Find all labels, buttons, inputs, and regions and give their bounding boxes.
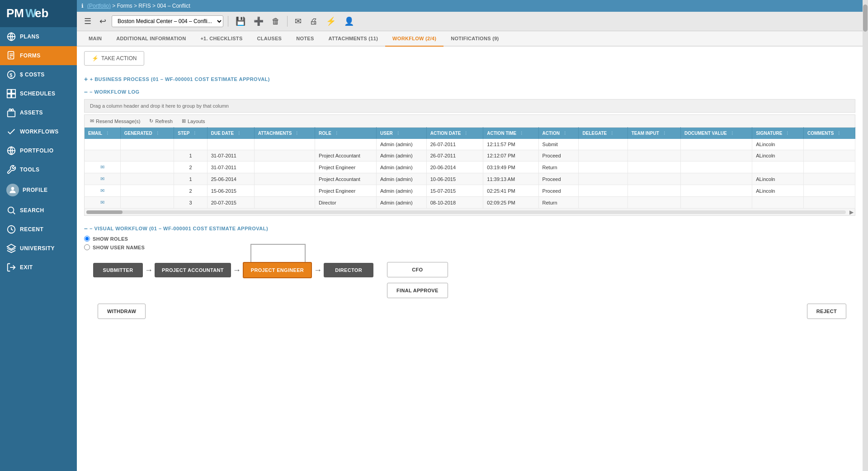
cell-action: Proceed — [538, 185, 579, 197]
add-button[interactable]: ➕ — [251, 14, 266, 28]
refresh-button[interactable]: ↻ Refresh — [147, 117, 175, 125]
tab-checklists[interactable]: +1. CHECKLISTS — [193, 31, 250, 47]
col-document-value[interactable]: DOCUMENT VALUE ⋮ — [681, 128, 752, 139]
delete-button[interactable]: 🗑 — [269, 15, 283, 28]
col-due-date[interactable]: DUE DATE ⋮ — [207, 128, 254, 139]
cell-doc-value — [681, 139, 752, 150]
logo-image: PM W eb — [5, 5, 60, 23]
cell-doc-value — [681, 162, 752, 173]
sidebar-item-portfolio[interactable]: PORTFOLIO — [0, 141, 77, 160]
refresh-label: Refresh — [155, 119, 173, 124]
radio-show-roles-label[interactable]: SHOW ROLES — [84, 236, 855, 242]
lightning-button[interactable]: ⚡ — [323, 14, 339, 28]
col-generated[interactable]: GENERATED ⋮ — [120, 128, 174, 139]
business-process-header[interactable]: + + BUSINESS PROCESS (01 – WF-000001 Cos… — [84, 76, 855, 83]
cell-action: Submit — [538, 139, 579, 150]
main-area: ℹ (Portfolio) > Forms > RFIS > 004 – Con… — [77, 0, 863, 471]
sidebar-item-recent[interactable]: RECENT — [0, 220, 77, 239]
tab-attachments[interactable]: ATTACHMENTS (11) — [321, 31, 386, 47]
take-action-button[interactable]: ⚡ TAKE ACTION — [84, 51, 144, 66]
reject-button[interactable]: REJECT — [807, 304, 846, 319]
sidebar-item-plans[interactable]: PLANS — [0, 27, 77, 46]
sidebar-item-exit[interactable]: EXIT — [0, 258, 77, 277]
col-delegate[interactable]: DELEGATE ⋮ — [579, 128, 627, 139]
workflows-icon — [6, 127, 16, 137]
cell-action-time: 11:39:13 AM — [483, 173, 538, 185]
cell-action: Return — [538, 162, 579, 173]
sidebar-item-university[interactable]: UNIVERSITY — [0, 239, 77, 258]
cell-team-input — [627, 185, 680, 197]
tab-notes[interactable]: NOTES — [289, 31, 321, 47]
save-button[interactable]: 💾 — [233, 14, 248, 28]
cell-generated — [120, 139, 174, 150]
col-team-input[interactable]: TEAM INPUT ⋮ — [627, 128, 680, 139]
tab-notifications[interactable]: NOTIFICATIONS (9) — [443, 31, 506, 47]
workflow-diagram: SUBMITTER → PROJECT ACCOUNTANT → PROJECT… — [84, 257, 855, 324]
col-user[interactable]: USER ⋮ — [377, 128, 427, 139]
col-action-date[interactable]: ACTION DATE ⋮ — [426, 128, 483, 139]
visual-workflow-header[interactable]: – – VISUAL WORKFLOW (01 – WF-000001 COST… — [84, 225, 855, 232]
scroll-right-arrow[interactable]: ▶ — [848, 209, 855, 216]
cell-action-time: 02:09:25 PM — [483, 197, 538, 209]
print-button[interactable]: 🖨 — [307, 15, 321, 28]
breadcrumb-portfolio-link[interactable]: (Portfolio) — [87, 3, 111, 9]
col-attachments[interactable]: ATTACHMENTS ⋮ — [254, 128, 315, 139]
svg-text:PM: PM — [6, 6, 24, 20]
col-role[interactable]: ROLE ⋮ — [315, 128, 377, 139]
wf-project-engineer: PROJECT ENGINEER — [243, 262, 312, 278]
business-process-label: + BUSINESS PROCESS (01 – WF-000001 Cost … — [90, 76, 270, 82]
info-icon[interactable]: ℹ — [81, 3, 84, 9]
tab-workflow[interactable]: WORKFLOW (2/4) — [385, 31, 443, 47]
sidebar: PM W eb PLANS FORMS $ $ COSTS SCHEDULES … — [0, 0, 77, 471]
sidebar-item-assets[interactable]: ASSETS — [0, 103, 77, 122]
sidebar-item-search[interactable]: SEARCH — [0, 201, 77, 220]
cell-generated — [120, 150, 174, 162]
withdraw-button[interactable]: WITHDRAW — [98, 304, 146, 319]
resend-messages-button[interactable]: ✉ Resend Message(s) — [88, 117, 142, 125]
scrollbar[interactable] — [863, 0, 868, 471]
col-action[interactable]: ACTION ⋮ — [538, 128, 579, 139]
sidebar-item-forms[interactable]: FORMS — [0, 46, 77, 65]
scroll-thumb[interactable] — [863, 5, 868, 32]
cell-generated — [120, 173, 174, 185]
radio-show-roles-input[interactable] — [84, 236, 90, 242]
layouts-button[interactable]: ⊞ Layouts — [180, 117, 207, 125]
workflow-log-header[interactable]: – – WORKFLOW LOG — [84, 88, 855, 95]
cell-email — [85, 139, 121, 150]
col-email[interactable]: EMAIL ⋮ — [85, 128, 121, 139]
col-comments[interactable]: COMMENTS ⋮ — [803, 128, 855, 139]
user-button[interactable]: 👤 — [341, 14, 357, 28]
tab-clauses[interactable]: CLAUSES — [250, 31, 289, 47]
resend-icon: ✉ — [90, 118, 94, 124]
col-step[interactable]: STEP ⋮ — [174, 128, 207, 139]
menu-button[interactable]: ☰ — [81, 14, 94, 28]
cell-due-date: 31-07-2011 — [207, 162, 254, 173]
svg-text:$: $ — [9, 72, 13, 78]
cell-due-date: 31-07-2011 — [207, 150, 254, 162]
sidebar-item-profile[interactable]: PROFILE — [0, 179, 77, 201]
drag-hint: Drag a column header and drop it here to… — [84, 99, 855, 113]
cell-action-date: 10-06-2015 — [426, 173, 483, 185]
sidebar-item-workflows[interactable]: WORKFLOWS — [0, 122, 77, 141]
cell-action-date: 20-06-2014 — [426, 162, 483, 173]
email-button[interactable]: ✉ — [292, 14, 304, 28]
svg-text:eb: eb — [35, 6, 48, 20]
expand-icon: + — [84, 76, 88, 83]
cell-team-input — [627, 173, 680, 185]
arrow-3: → — [314, 266, 322, 275]
cell-step: 1 — [174, 173, 207, 185]
sidebar-item-tools[interactable]: TOOLS — [0, 160, 77, 179]
col-action-time[interactable]: ACTION TIME ⋮ — [483, 128, 538, 139]
map-icon — [6, 32, 16, 42]
tab-main[interactable]: MAIN — [81, 31, 109, 47]
sidebar-item-costs[interactable]: $ $ COSTS — [0, 65, 77, 84]
sidebar-item-schedules[interactable]: SCHEDULES — [0, 84, 77, 103]
radio-show-users-label[interactable]: SHOW USER NAMES — [84, 244, 855, 250]
tab-additional[interactable]: ADDITIONAL INFORMATION — [109, 31, 193, 47]
undo-button[interactable]: ↩ — [97, 14, 109, 28]
radio-show-users-input[interactable] — [84, 244, 90, 250]
arrow-1: → — [145, 266, 153, 275]
project-select[interactable]: Boston Medical Center – 004 – Confli... — [112, 15, 223, 27]
col-signature[interactable]: SIGNATURE ⋮ — [752, 128, 804, 139]
cell-team-input — [627, 197, 680, 209]
